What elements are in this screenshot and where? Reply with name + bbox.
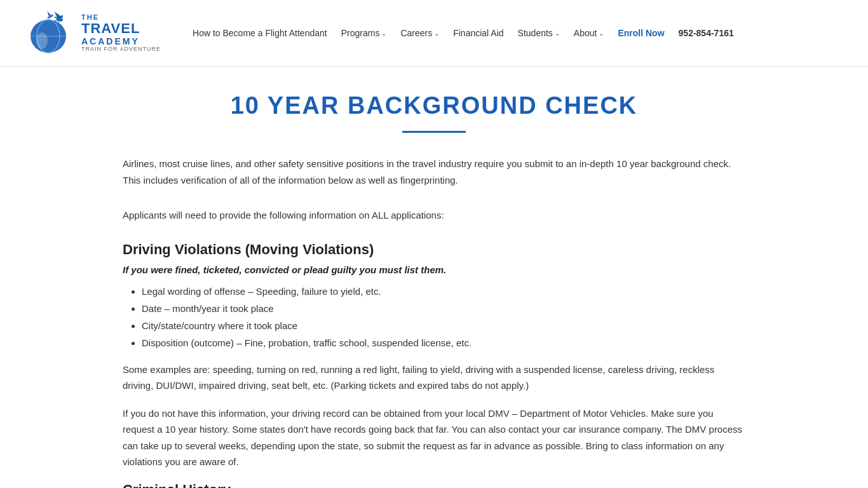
logo-travel: TRAVEL bbox=[81, 21, 161, 36]
nav-students[interactable]: Students ⌄ bbox=[512, 23, 566, 43]
applicants-paragraph: Applicants will need to provide the foll… bbox=[123, 207, 745, 224]
intro-paragraph: Airlines, most cruise lines, and other s… bbox=[123, 156, 745, 188]
nav-enroll-now[interactable]: Enroll Now bbox=[611, 23, 670, 43]
page-title: 10 YEAR BACKGROUND CHECK bbox=[123, 92, 745, 119]
nav-financial-aid[interactable]: Financial Aid bbox=[447, 23, 510, 43]
criminal-history-heading: Criminal History bbox=[123, 482, 745, 489]
chevron-down-icon: ⌄ bbox=[555, 30, 560, 37]
criminal-history-section: Criminal History If you were arrested, c… bbox=[123, 482, 745, 489]
nav-flight-attendant[interactable]: How to Become a Flight Attendant bbox=[186, 23, 334, 43]
driving-dmv-paragraph: If you do not have this information, you… bbox=[123, 405, 745, 470]
main-content: 10 YEAR BACKGROUND CHECK Airlines, most … bbox=[85, 67, 783, 488]
site-header: ✈ THE TRAVEL ACADEMY TRAIN FOR ADVENTURE… bbox=[0, 0, 868, 67]
logo-text: THE TRAVEL ACADEMY TRAIN FOR ADVENTURE bbox=[81, 13, 161, 53]
logo-academy: ACADEMY bbox=[81, 37, 161, 46]
driving-violations-section: Driving Violations (Moving Violations) I… bbox=[123, 241, 745, 470]
nav-programs[interactable]: Programs ⌄ bbox=[335, 23, 393, 43]
svg-point-3 bbox=[36, 32, 48, 49]
logo-icon: ✈ bbox=[25, 8, 76, 58]
chevron-down-icon: ⌄ bbox=[434, 30, 439, 37]
driving-violations-list: Legal wording of offense – Speeding, fai… bbox=[123, 283, 745, 351]
driving-violations-note: If you were fined, ticketed, convicted o… bbox=[123, 264, 745, 275]
nav-phone[interactable]: 952-854-7161 bbox=[672, 23, 740, 43]
logo[interactable]: ✈ THE TRAVEL ACADEMY TRAIN FOR ADVENTURE bbox=[25, 8, 161, 58]
list-item: Date – month/year it took place bbox=[142, 300, 745, 317]
chevron-down-icon: ⌄ bbox=[381, 30, 386, 37]
list-item: City/state/country where it took place bbox=[142, 317, 745, 334]
list-item: Disposition (outcome) – Fine, probation,… bbox=[142, 334, 745, 351]
nav-careers[interactable]: Careers ⌄ bbox=[394, 23, 445, 43]
main-nav: How to Become a Flight Attendant Program… bbox=[186, 23, 740, 43]
driving-violations-heading: Driving Violations (Moving Violations) bbox=[123, 241, 745, 258]
nav-about[interactable]: About ⌄ bbox=[567, 23, 611, 43]
title-underline bbox=[402, 131, 466, 133]
driving-examples-paragraph: Some examples are: speeding, turning on … bbox=[123, 362, 745, 394]
list-item: Legal wording of offense – Speeding, fai… bbox=[142, 283, 745, 300]
chevron-down-icon: ⌄ bbox=[599, 30, 604, 37]
logo-tagline: TRAIN FOR ADVENTURE bbox=[81, 46, 161, 53]
